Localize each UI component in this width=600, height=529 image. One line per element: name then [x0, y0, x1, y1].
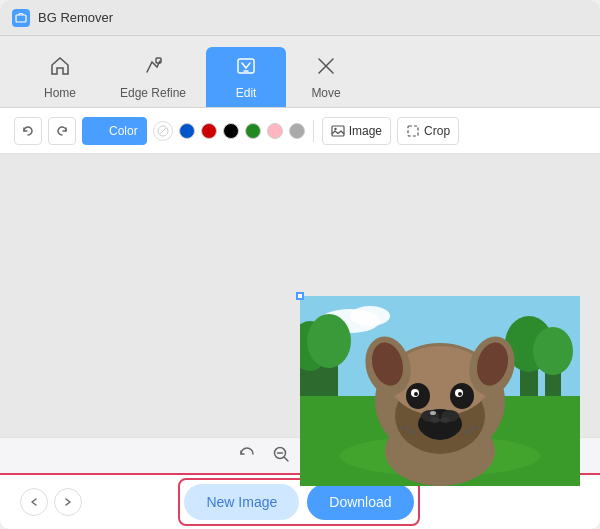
image-button[interactable]: Image [322, 117, 391, 145]
svg-rect-8 [332, 126, 344, 136]
canvas-area [0, 154, 600, 437]
edge-refine-icon [142, 55, 164, 82]
tab-move[interactable]: Move [286, 47, 366, 107]
svg-point-42 [440, 417, 450, 423]
undo-button[interactable] [14, 117, 42, 145]
new-image-button[interactable]: New Image [184, 484, 299, 520]
next-button[interactable] [54, 488, 82, 516]
svg-point-44 [403, 426, 407, 430]
app-icon [12, 9, 30, 27]
download-button[interactable]: Download [307, 484, 413, 520]
app-window: BG Remover Home Edge Refine [0, 0, 600, 529]
tab-home-label: Home [44, 86, 76, 100]
rotate-button[interactable] [236, 443, 258, 469]
prev-button[interactable] [20, 488, 48, 516]
redo-button[interactable] [48, 117, 76, 145]
color-gray[interactable] [289, 123, 305, 139]
dog-image [300, 296, 580, 486]
crop-button[interactable]: Crop [397, 117, 459, 145]
svg-point-5 [95, 128, 101, 134]
svg-point-32 [406, 383, 430, 409]
svg-point-47 [466, 430, 470, 434]
edit-icon [235, 55, 257, 82]
move-icon [315, 55, 337, 82]
tab-edge-refine[interactable]: Edge Refine [100, 47, 206, 107]
color-pink[interactable] [267, 123, 283, 139]
svg-point-41 [430, 417, 440, 423]
svg-line-7 [160, 128, 166, 134]
color-button[interactable]: Color [82, 117, 147, 145]
title-bar: BG Remover [0, 0, 600, 36]
svg-line-50 [284, 457, 288, 461]
svg-point-33 [450, 383, 474, 409]
svg-point-17 [307, 314, 351, 368]
svg-point-45 [410, 430, 414, 434]
image-container[interactable] [298, 294, 302, 298]
tab-home[interactable]: Home [20, 47, 100, 107]
app-title: BG Remover [38, 10, 113, 25]
tab-edit-label: Edit [236, 86, 257, 100]
color-black[interactable] [223, 123, 239, 139]
svg-point-13 [350, 306, 390, 326]
color-red[interactable] [201, 123, 217, 139]
tab-edit[interactable]: Edit [206, 47, 286, 107]
nav-tabs: Home Edge Refine Edit [0, 36, 600, 108]
color-blue[interactable] [179, 123, 195, 139]
tab-move-label: Move [311, 86, 340, 100]
svg-point-46 [473, 426, 477, 430]
svg-rect-0 [16, 15, 26, 22]
svg-point-36 [414, 392, 418, 396]
toolbar-divider [313, 120, 314, 142]
color-reset-button[interactable] [153, 121, 173, 141]
toolbar: Color Image Crop [0, 108, 600, 154]
svg-rect-10 [408, 126, 418, 136]
color-green[interactable] [245, 123, 261, 139]
svg-point-37 [458, 392, 462, 396]
tab-edge-refine-label: Edge Refine [120, 86, 186, 100]
svg-point-9 [334, 127, 336, 129]
handle-bot-right[interactable] [296, 292, 304, 300]
svg-point-21 [533, 327, 573, 375]
nav-arrows [20, 488, 82, 516]
zoom-out-button[interactable] [270, 443, 292, 469]
svg-point-43 [430, 411, 436, 415]
home-icon [49, 55, 71, 82]
svg-rect-1 [156, 58, 161, 63]
